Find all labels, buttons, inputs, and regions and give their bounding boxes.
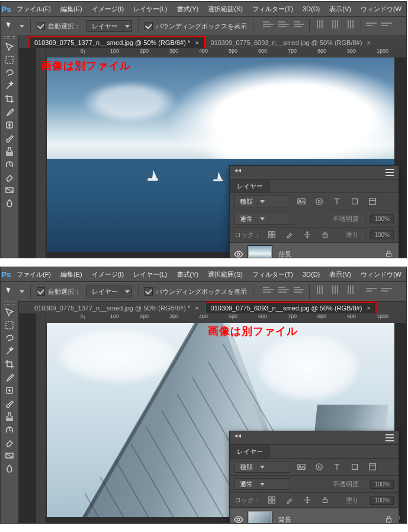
lock-locksm-icon[interactable] bbox=[319, 495, 332, 505]
lasso-tool[interactable] bbox=[1, 332, 18, 345]
menu-item[interactable]: レイヤー(L) bbox=[128, 2, 172, 16]
layer-row[interactable]: 背景 bbox=[230, 242, 399, 258]
menu-item[interactable]: 3D(D) bbox=[298, 267, 325, 281]
align-icon[interactable] bbox=[278, 284, 289, 295]
filter-menu-icon[interactable] bbox=[366, 197, 379, 206]
smudge-tool[interactable] bbox=[1, 197, 18, 210]
visibility-icon[interactable] bbox=[230, 249, 248, 258]
lock-brbr-icon[interactable] bbox=[283, 230, 296, 239]
document-tab[interactable]: 010309_0775_1377_n__smed.jpg @ 50% (RGB/… bbox=[28, 36, 205, 49]
eyedrop-tool[interactable] bbox=[1, 105, 18, 118]
layer-filter-dropdown[interactable]: 種類 bbox=[234, 196, 290, 207]
stamp-tool[interactable] bbox=[1, 410, 18, 423]
fill-value[interactable]: 100% bbox=[370, 496, 394, 505]
marq-tool[interactable] bbox=[1, 319, 18, 332]
grad-tool[interactable] bbox=[1, 449, 18, 462]
menu-item[interactable]: 書式(Y) bbox=[172, 2, 204, 16]
opacity-value[interactable]: 100% bbox=[370, 480, 394, 489]
menu-item[interactable]: フィルター(T) bbox=[248, 267, 298, 281]
layer-thumbnail[interactable] bbox=[248, 245, 272, 258]
grad-tool[interactable] bbox=[1, 184, 18, 197]
align-icon[interactable] bbox=[263, 284, 274, 295]
history-tool[interactable] bbox=[1, 423, 18, 436]
layer-filter-dropdown[interactable]: 種類 bbox=[234, 461, 290, 473]
menu-item[interactable]: ウィンドウ(W bbox=[356, 267, 406, 281]
eyedrop-tool[interactable] bbox=[1, 371, 18, 384]
layers-tab[interactable]: レイヤー bbox=[230, 445, 270, 458]
menu-item[interactable]: 選択範囲(S) bbox=[203, 267, 248, 281]
misc-align-icon[interactable] bbox=[366, 284, 377, 295]
layer-name[interactable]: 背景 bbox=[278, 515, 291, 524]
misc-align-icon[interactable] bbox=[381, 19, 392, 30]
layer-row[interactable]: 背景 bbox=[230, 508, 399, 524]
show-bounding-box-check[interactable]: バウンディングボックスを表示 bbox=[144, 287, 247, 296]
filter-menu-icon[interactable] bbox=[366, 462, 379, 472]
panel-menu-icon[interactable] bbox=[385, 169, 394, 176]
lock-pix-icon[interactable] bbox=[265, 495, 278, 505]
distribute-icon[interactable] bbox=[330, 284, 340, 295]
layer-name[interactable]: 背景 bbox=[278, 250, 291, 259]
lock-arws-icon[interactable] bbox=[301, 495, 314, 505]
lock-arws-icon[interactable] bbox=[301, 230, 314, 239]
menu-item[interactable]: イメージ(I) bbox=[87, 2, 128, 16]
panel-grip-icon[interactable] bbox=[1, 300, 18, 306]
blend-mode-dropdown[interactable]: 通常 bbox=[234, 478, 290, 490]
lock-pix-icon[interactable] bbox=[265, 230, 278, 239]
lasso-tool[interactable] bbox=[1, 66, 18, 79]
target-dropdown[interactable]: レイヤー bbox=[86, 20, 132, 32]
opacity-value[interactable]: 100% bbox=[370, 214, 394, 223]
menu-item[interactable]: フィルター(T) bbox=[248, 2, 298, 16]
close-icon[interactable]: × bbox=[195, 39, 198, 46]
chevron-down-icon[interactable] bbox=[20, 290, 24, 293]
fill-value[interactable]: 100% bbox=[370, 230, 394, 239]
align-icon[interactable] bbox=[278, 19, 289, 30]
document-tab[interactable]: 010309_0775_1377_n__smed.jpg @ 50% (RGB/… bbox=[28, 302, 205, 315]
history-tool[interactable] bbox=[1, 158, 18, 171]
menu-item[interactable]: レイヤー(L) bbox=[128, 267, 172, 281]
menu-item[interactable]: ファイル(F) bbox=[12, 267, 56, 281]
panel-grip-icon[interactable] bbox=[1, 35, 18, 40]
menu-item[interactable]: 3D(D) bbox=[298, 2, 325, 16]
close-icon[interactable]: × bbox=[367, 39, 370, 46]
menu-item[interactable]: イメージ(I) bbox=[87, 267, 128, 281]
wand-tool[interactable] bbox=[1, 345, 18, 358]
distribute-icon[interactable] bbox=[345, 284, 356, 295]
misc-align-icon[interactable] bbox=[381, 284, 392, 295]
crop-tool[interactable] bbox=[1, 358, 18, 371]
distribute-icon[interactable] bbox=[330, 19, 340, 30]
stamp-tool[interactable] bbox=[1, 145, 18, 158]
filter-T-icon[interactable] bbox=[330, 462, 343, 472]
eraser-tool[interactable] bbox=[1, 171, 18, 184]
heal-tool[interactable] bbox=[1, 118, 18, 132]
collapse-icon[interactable] bbox=[234, 434, 242, 441]
marq-tool[interactable] bbox=[1, 53, 18, 66]
align-icon[interactable] bbox=[294, 284, 304, 295]
filter-sq-icon[interactable] bbox=[348, 197, 361, 206]
document-tab[interactable]: 010309_0775_6093_n__smed.jpg @ 50% (RGB/… bbox=[205, 302, 377, 315]
distribute-icon[interactable] bbox=[345, 19, 356, 30]
filter-img-icon[interactable] bbox=[295, 462, 308, 472]
filter-T-icon[interactable] bbox=[330, 197, 343, 206]
wand-tool[interactable] bbox=[1, 79, 18, 92]
crop-tool[interactable] bbox=[1, 92, 18, 105]
menu-item[interactable]: ファイル(F) bbox=[12, 2, 56, 16]
menu-item[interactable]: 選択範囲(S) bbox=[203, 2, 248, 16]
collapse-icon[interactable] bbox=[234, 169, 242, 176]
align-icon[interactable] bbox=[263, 19, 274, 30]
filter-fx-icon[interactable] bbox=[313, 197, 326, 206]
filter-sq-icon[interactable] bbox=[348, 462, 361, 472]
close-icon[interactable]: × bbox=[367, 305, 370, 312]
layer-thumbnail[interactable] bbox=[248, 511, 272, 524]
eraser-tool[interactable] bbox=[1, 436, 18, 449]
menu-item[interactable]: 書式(Y) bbox=[172, 267, 204, 281]
align-icon[interactable] bbox=[294, 19, 304, 30]
layers-tab[interactable]: レイヤー bbox=[230, 180, 270, 193]
menu-item[interactable]: 表示(V) bbox=[325, 267, 356, 281]
move-tool[interactable] bbox=[1, 306, 18, 319]
target-dropdown[interactable]: レイヤー bbox=[86, 286, 132, 297]
auto-select-check[interactable]: 自動選択： bbox=[37, 22, 81, 31]
misc-align-icon[interactable] bbox=[366, 19, 377, 30]
layers-panel[interactable]: レイヤー種類通常不透明度：100%ロック：塗り：100%背景 bbox=[229, 165, 399, 258]
panel-menu-icon[interactable] bbox=[385, 434, 394, 441]
close-icon[interactable]: × bbox=[195, 305, 198, 312]
